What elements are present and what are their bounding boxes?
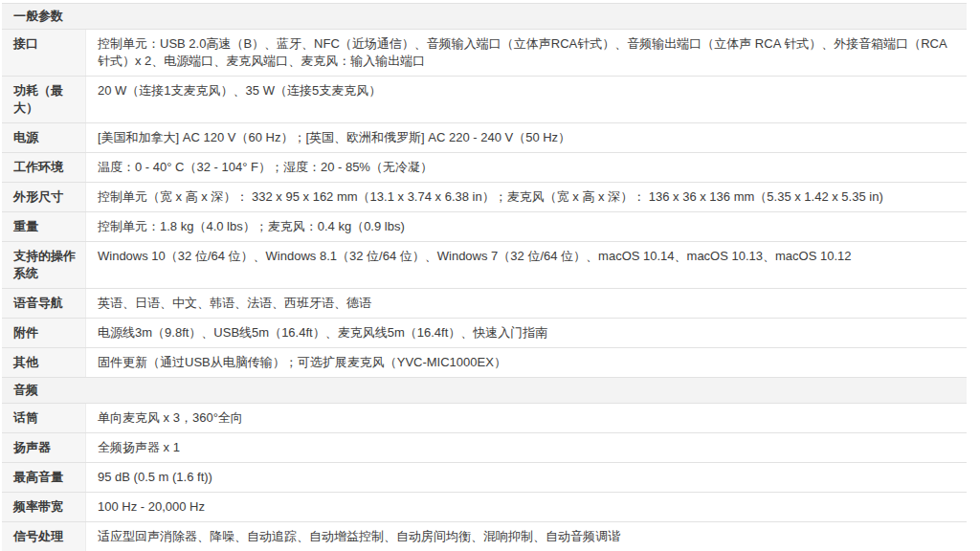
table-row: 扬声器 全频扬声器 x 1 — [2, 433, 967, 463]
row-value: 95 dB (0.5 m (1.6 ft)) — [86, 463, 967, 492]
section-header-row: 音频 — [2, 378, 967, 404]
row-value: 控制单元：USB 2.0高速（B）、蓝牙、NFC（近场通信）、音频输入端口（立体… — [86, 30, 967, 76]
section-title: 一般参数 — [13, 9, 63, 23]
row-label: 重量 — [2, 212, 86, 241]
row-value: [美国和加拿大] AC 120 V（60 Hz）；[英国、欧洲和俄罗斯] AC … — [86, 123, 967, 152]
row-value: 英语、日语、中文、韩语、法语、西班牙语、德语 — [86, 289, 967, 318]
table-row: 接口 控制单元：USB 2.0高速（B）、蓝牙、NFC（近场通信）、音频输入端口… — [2, 30, 967, 77]
table-row: 信号处理 适应型回声消除器、降噪、自动追踪、自动增益控制、自动房间均衡、混响抑制… — [2, 522, 967, 551]
row-label: 语音导航 — [2, 289, 86, 318]
row-label: 支持的操作系统 — [2, 242, 86, 288]
table-row: 其他 固件更新（通过USB从电脑传输）；可选扩展麦克风（YVC-MIC1000E… — [2, 348, 967, 378]
row-value: 电源线3m（9.8ft）、USB线5m（16.4ft）、麦克风线5m（16.4f… — [86, 319, 967, 347]
table-row: 附件 电源线3m（9.8ft）、USB线5m（16.4ft）、麦克风线5m（16… — [2, 319, 967, 348]
row-label: 工作环境 — [2, 153, 86, 182]
row-value: 适应型回声消除器、降噪、自动追踪、自动增益控制、自动房间均衡、混响抑制、自动音频… — [86, 522, 967, 551]
table-row: 最高音量 95 dB (0.5 m (1.6 ft)) — [2, 463, 967, 493]
table-row: 重量 控制单元：1.8 kg（4.0 lbs）；麦克风：0.4 kg（0.9 l… — [2, 212, 967, 242]
section-title: 音频 — [13, 383, 38, 397]
table-row: 工作环境 温度：0 - 40° C（32 - 104° F）；湿度：20 - 8… — [2, 153, 967, 183]
row-label: 最高音量 — [2, 463, 86, 492]
row-value: 控制单元（宽 x 高 x 深）： 332 x 95 x 162 mm（13.1 … — [86, 183, 967, 211]
row-value: 单向麦克风 x 3，360°全向 — [86, 404, 967, 432]
table-row: 话筒 单向麦克风 x 3，360°全向 — [2, 404, 967, 433]
row-value: 控制单元：1.8 kg（4.0 lbs）；麦克风：0.4 kg（0.9 lbs) — [86, 212, 967, 241]
spec-page: 一般参数 接口 控制单元：USB 2.0高速（B）、蓝牙、NFC（近场通信）、音… — [0, 3, 980, 551]
row-label: 电源 — [2, 123, 86, 152]
row-label: 扬声器 — [2, 433, 86, 462]
table-row: 外形尺寸 控制单元（宽 x 高 x 深）： 332 x 95 x 162 mm（… — [2, 183, 967, 212]
row-value: 100 Hz - 20,000 Hz — [86, 493, 967, 521]
table-row: 电源 [美国和加拿大] AC 120 V（60 Hz）；[英国、欧洲和俄罗斯] … — [2, 123, 967, 153]
section-header-row: 一般参数 — [2, 4, 967, 30]
row-label: 频率带宽 — [2, 493, 86, 521]
row-value: Windows 10（32 位/64 位）、Windows 8.1（32 位/6… — [86, 242, 967, 288]
row-label: 话筒 — [2, 404, 86, 432]
table-row: 频率带宽 100 Hz - 20,000 Hz — [2, 493, 967, 522]
spec-table: 一般参数 接口 控制单元：USB 2.0高速（B）、蓝牙、NFC（近场通信）、音… — [2, 3, 967, 551]
row-value: 全频扬声器 x 1 — [86, 433, 967, 462]
row-label: 外形尺寸 — [2, 183, 86, 211]
row-value: 温度：0 - 40° C（32 - 104° F）；湿度：20 - 85%（无冷… — [86, 153, 967, 182]
row-value: 固件更新（通过USB从电脑传输）；可选扩展麦克风（YVC-MIC1000EX） — [86, 348, 967, 377]
row-label: 附件 — [2, 319, 86, 347]
table-row: 语音导航 英语、日语、中文、韩语、法语、西班牙语、德语 — [2, 289, 967, 319]
row-label: 其他 — [2, 348, 86, 377]
table-row: 功耗（最大） 20 W（连接1支麦克风）、35 W（连接5支麦克风） — [2, 77, 967, 123]
row-label: 信号处理 — [2, 522, 86, 551]
row-value: 20 W（连接1支麦克风）、35 W（连接5支麦克风） — [86, 77, 967, 122]
table-row: 支持的操作系统 Windows 10（32 位/64 位）、Windows 8.… — [2, 242, 967, 289]
row-label: 功耗（最大） — [2, 77, 86, 122]
row-label: 接口 — [2, 30, 86, 76]
